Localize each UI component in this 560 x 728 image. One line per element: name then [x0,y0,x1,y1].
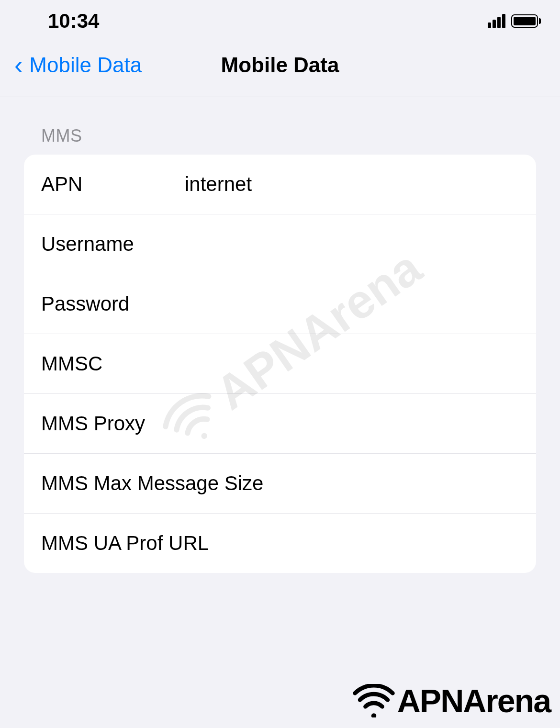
wifi-icon [352,684,395,717]
navigation-bar: ‹ Mobile Data Mobile Data [0,38,560,97]
settings-group-mms: APN Username Password MMSC MMS Proxy MMS… [24,155,536,573]
mms-proxy-input[interactable] [185,412,519,435]
row-label-mms-proxy: MMS Proxy [41,412,185,435]
back-label: Mobile Data [29,53,142,77]
battery-icon [511,14,541,28]
status-bar: 10:34 [0,0,560,38]
back-button[interactable]: ‹ Mobile Data [14,53,142,78]
row-label-mms-max-size: MMS Max Message Size [41,472,263,495]
section-header-mms: MMS [41,126,536,146]
row-label-apn: APN [41,173,185,196]
status-time: 10:34 [48,10,99,33]
settings-row-apn[interactable]: APN [24,155,536,214]
settings-row-mms-proxy[interactable]: MMS Proxy [24,394,536,454]
apn-input[interactable] [185,173,519,196]
row-label-password: Password [41,292,185,315]
status-indicators [488,14,541,28]
row-label-mms-ua-prof: MMS UA Prof URL [41,532,209,555]
row-label-mmsc: MMSC [41,352,185,375]
password-input[interactable] [185,292,519,315]
chevron-left-icon: ‹ [14,53,22,78]
settings-row-mms-ua-prof[interactable]: MMS UA Prof URL [24,514,536,573]
settings-row-mmsc[interactable]: MMSC [24,334,536,394]
mms-ua-prof-input[interactable] [209,532,519,555]
mmsc-input[interactable] [185,352,519,375]
row-label-username: Username [41,233,185,256]
mms-max-size-input[interactable] [263,472,519,495]
cellular-signal-icon [488,14,505,28]
settings-row-username[interactable]: Username [24,214,536,274]
settings-row-mms-max-size[interactable]: MMS Max Message Size [24,454,536,514]
settings-row-password[interactable]: Password [24,274,536,334]
footer-logo-text: APNArena [397,682,550,719]
username-input[interactable] [185,233,519,256]
footer-logo: APNArena [352,682,550,719]
page-title: Mobile Data [221,53,339,77]
content-area: MMS APN Username Password MMSC MMS Proxy… [0,97,560,573]
